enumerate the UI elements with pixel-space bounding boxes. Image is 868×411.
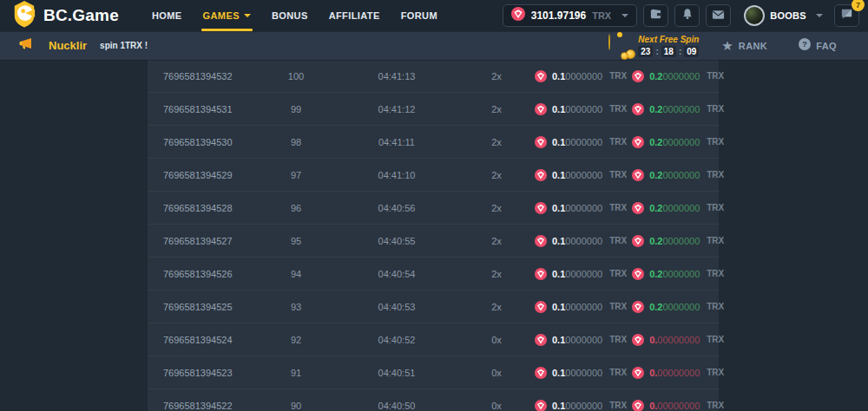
payout-currency: TRX (707, 368, 724, 377)
wallet-icon (649, 8, 662, 23)
bcgame-logo[interactable]: BC.Game (12, 0, 119, 31)
countdown-minutes: 18 (661, 46, 676, 57)
bet-time: 04:40:54 (323, 269, 470, 279)
balance-currency: TRX (592, 10, 611, 21)
free-spin-label: Next Free Spin (638, 35, 699, 44)
bet-time: 04:41:13 (323, 71, 470, 82)
bet-row[interactable]: 7696581394527 95 04:40:55 2x 0.10000000 … (148, 225, 719, 258)
trx-coin-icon (535, 235, 547, 247)
bet-time: 04:41:11 (323, 137, 470, 147)
payout-currency: TRX (707, 203, 724, 212)
balance-selector[interactable]: 3101.97196 TRX (503, 4, 637, 27)
announcement-bar: Nucklir spin 1TRX ! Next Free Spin 23 : … (0, 31, 868, 60)
payout-currency: TRX (707, 269, 724, 278)
star-icon: ★ (721, 39, 733, 52)
bet-row[interactable]: 7696581394523 91 04:40:51 0x 0.10000000 … (148, 356, 719, 389)
bet-payout: 0.20000000 TRX (627, 169, 724, 181)
bet-multiplier: 2x (470, 71, 523, 82)
user-menu[interactable]: BOOBS (744, 5, 823, 26)
payout-currency: TRX (707, 335, 724, 344)
bet-round: 94 (269, 269, 323, 279)
bet-round: 98 (269, 137, 323, 147)
trx-coin-icon (535, 202, 547, 214)
messages-button[interactable] (706, 4, 731, 27)
announcement-subtitle: spin 1TRX ! (100, 41, 148, 50)
bet-currency: TRX (609, 137, 627, 147)
trx-coin-icon (535, 301, 547, 313)
free-spin-widget[interactable]: Next Free Spin 23 : 18 : 09 (608, 35, 699, 57)
question-icon: ? (799, 38, 811, 54)
bet-currency: TRX (609, 302, 627, 311)
trx-coin-icon (511, 7, 525, 24)
rank-link[interactable]: ★ RANK (721, 39, 767, 52)
bcgame-logo-icon (12, 0, 36, 31)
trx-coin-icon (632, 103, 644, 115)
bet-id: 7696581394531 (148, 104, 269, 114)
bet-round: 90 (269, 401, 323, 411)
nav-item-bonus[interactable]: BONUS (261, 0, 319, 31)
nav-item-forum[interactable]: FORUM (391, 0, 448, 31)
bet-currency: TRX (609, 170, 627, 179)
nav-item-home[interactable]: HOME (141, 0, 193, 31)
bet-id: 7696581394524 (148, 335, 269, 345)
faq-link[interactable]: ? FAQ (799, 38, 837, 54)
bet-amount: 0.10000000 TRX (523, 169, 627, 181)
bet-row[interactable]: 7696581394528 96 04:40:56 2x 0.10000000 … (148, 192, 719, 225)
trx-coin-icon (535, 169, 547, 181)
bet-multiplier: 2x (470, 203, 523, 213)
bet-id: 7696581394528 (148, 203, 269, 213)
megaphone-icon (17, 36, 35, 55)
countdown-seconds: 09 (684, 46, 699, 57)
bet-round: 95 (269, 236, 323, 246)
bet-time: 04:40:52 (323, 335, 470, 345)
chat-unread-badge: 7 (852, 0, 865, 11)
svg-text:?: ? (802, 39, 807, 49)
nav-item-games[interactable]: GAMES (193, 0, 261, 31)
bet-row[interactable]: 7696581394522 90 04:40:50 0x 0.10000000 … (148, 389, 719, 411)
bet-row[interactable]: 7696581394525 93 04:40:53 2x 0.10000000 … (148, 290, 719, 323)
brand-name: BC.Game (43, 6, 119, 25)
bet-multiplier: 0x (470, 368, 523, 378)
trx-coin-icon (632, 136, 644, 148)
wallet-button[interactable] (643, 4, 668, 27)
bet-time: 04:41:10 (323, 170, 470, 180)
bet-currency: TRX (609, 203, 627, 212)
trx-coin-icon (632, 202, 644, 214)
bet-currency: TRX (609, 269, 627, 278)
bet-id: 7696581394529 (148, 170, 269, 180)
chat-button[interactable]: 7 (834, 4, 859, 27)
bet-id: 7696581394522 (148, 401, 269, 411)
bet-payout: 0.00000000 TRX (627, 367, 724, 379)
bet-payout: 0.20000000 TRX (627, 235, 724, 247)
bet-payout: 0.20000000 TRX (627, 136, 724, 148)
spin-wheel-icon (608, 35, 631, 57)
bet-round: 96 (269, 203, 323, 213)
bet-row[interactable]: 7696581394530 98 04:41:11 2x 0.10000000 … (148, 126, 719, 159)
bet-multiplier: 2x (470, 269, 523, 279)
payout-currency: TRX (707, 401, 724, 410)
bet-payout: 0.20000000 TRX (627, 268, 724, 280)
bet-multiplier: 2x (470, 104, 523, 114)
bet-currency: TRX (609, 71, 627, 81)
bet-round: 97 (269, 170, 323, 180)
trx-coin-icon (632, 400, 644, 411)
bet-row[interactable]: 7696581394524 92 04:40:52 0x 0.10000000 … (148, 323, 719, 356)
bet-row[interactable]: 7696581394529 97 04:41:10 2x 0.10000000 … (148, 159, 719, 192)
top-navbar: BC.Game HOME GAMES BONUS AFFILIATE FORUM… (0, 0, 868, 31)
notifications-button[interactable] (674, 4, 700, 27)
trx-coin-icon (632, 301, 644, 313)
bet-id: 7696581394525 (148, 302, 269, 312)
announcement-link[interactable]: Nucklir spin 1TRX ! (17, 36, 148, 55)
bet-currency: TRX (609, 401, 627, 410)
bet-id: 7696581394523 (148, 368, 269, 378)
bet-row[interactable]: 7696581394526 94 04:40:54 2x 0.10000000 … (148, 258, 719, 290)
bet-row[interactable]: 7696581394531 99 04:41:12 2x 0.10000000 … (148, 93, 719, 126)
bet-row[interactable]: 7696581394532 100 04:41:13 2x 0.10000000… (148, 60, 719, 93)
trx-coin-icon (632, 268, 644, 280)
bet-currency: TRX (609, 368, 627, 377)
bet-time: 04:40:50 (323, 401, 470, 411)
bet-currency: TRX (609, 104, 627, 114)
bet-multiplier: 0x (470, 401, 523, 411)
nav-item-affiliate[interactable]: AFFILIATE (319, 0, 391, 31)
faq-label: FAQ (816, 41, 837, 51)
